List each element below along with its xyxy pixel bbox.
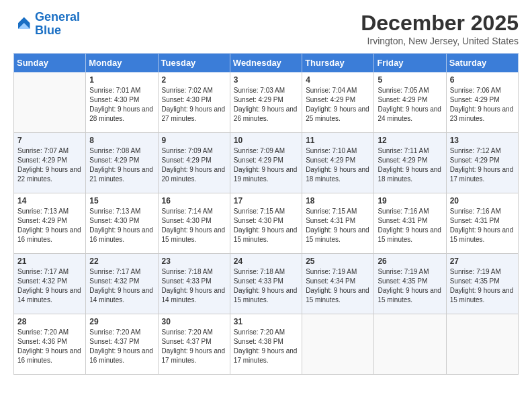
day-info: Sunrise: 7:20 AMSunset: 4:37 PMDaylight:…: [89, 328, 154, 365]
day-info: Sunrise: 7:20 AMSunset: 4:36 PMDaylight:…: [17, 328, 82, 365]
page-header: General Blue December 2025 Irvington, Ne…: [13, 11, 519, 46]
day-number: 16: [162, 196, 226, 205]
week-row-4: 28Sunrise: 7:20 AMSunset: 4:36 PMDayligh…: [14, 314, 519, 375]
month-title: December 2025: [361, 11, 519, 36]
calendar-cell: 28Sunrise: 7:20 AMSunset: 4:36 PMDayligh…: [14, 314, 86, 375]
week-row-2: 14Sunrise: 7:13 AMSunset: 4:29 PMDayligh…: [14, 193, 519, 254]
calendar-header: SundayMondayTuesdayWednesdayThursdayFrid…: [14, 54, 519, 73]
week-row-3: 21Sunrise: 7:17 AMSunset: 4:32 PMDayligh…: [14, 254, 519, 314]
calendar-cell: 19Sunrise: 7:16 AMSunset: 4:31 PMDayligh…: [374, 193, 446, 254]
calendar-cell: [302, 314, 374, 375]
day-info: Sunrise: 7:13 AMSunset: 4:29 PMDaylight:…: [17, 207, 82, 244]
day-info: Sunrise: 7:12 AMSunset: 4:29 PMDaylight:…: [450, 146, 515, 184]
header-day-saturday: Saturday: [446, 54, 518, 73]
header-day-thursday: Thursday: [302, 54, 374, 73]
logo-line2: Blue: [35, 24, 61, 37]
calendar-cell: 25Sunrise: 7:19 AMSunset: 4:34 PMDayligh…: [302, 254, 374, 314]
calendar-cell: [374, 314, 446, 375]
day-number: 28: [17, 317, 82, 326]
day-number: 25: [306, 257, 370, 266]
calendar-cell: 17Sunrise: 7:15 AMSunset: 4:30 PMDayligh…: [230, 193, 302, 254]
day-info: Sunrise: 7:18 AMSunset: 4:33 PMDaylight:…: [234, 267, 298, 305]
day-number: 24: [234, 257, 298, 266]
calendar-cell: 23Sunrise: 7:18 AMSunset: 4:33 PMDayligh…: [158, 254, 230, 314]
logo-line1: General: [35, 10, 80, 24]
day-info: Sunrise: 7:19 AMSunset: 4:35 PMDaylight:…: [378, 267, 442, 305]
day-info: Sunrise: 7:04 AMSunset: 4:29 PMDaylight:…: [306, 86, 370, 124]
day-number: 17: [234, 196, 298, 205]
calendar-cell: 21Sunrise: 7:17 AMSunset: 4:32 PMDayligh…: [14, 254, 86, 314]
day-info: Sunrise: 7:09 AMSunset: 4:29 PMDaylight:…: [162, 146, 226, 184]
day-info: Sunrise: 7:02 AMSunset: 4:30 PMDaylight:…: [162, 86, 226, 124]
day-info: Sunrise: 7:19 AMSunset: 4:34 PMDaylight:…: [306, 267, 370, 305]
day-number: 18: [306, 196, 370, 205]
week-row-0: 1Sunrise: 7:01 AMSunset: 4:30 PMDaylight…: [14, 73, 519, 133]
day-info: Sunrise: 7:16 AMSunset: 4:31 PMDaylight:…: [450, 207, 515, 244]
day-info: Sunrise: 7:05 AMSunset: 4:29 PMDaylight:…: [378, 86, 442, 124]
calendar-cell: 6Sunrise: 7:06 AMSunset: 4:29 PMDaylight…: [446, 73, 518, 133]
calendar-cell: 22Sunrise: 7:17 AMSunset: 4:32 PMDayligh…: [86, 254, 158, 314]
day-number: 22: [89, 257, 154, 266]
calendar-cell: 7Sunrise: 7:07 AMSunset: 4:29 PMDaylight…: [14, 133, 86, 193]
day-info: Sunrise: 7:19 AMSunset: 4:35 PMDaylight:…: [450, 267, 515, 305]
calendar-cell: 20Sunrise: 7:16 AMSunset: 4:31 PMDayligh…: [446, 193, 518, 254]
day-info: Sunrise: 7:01 AMSunset: 4:30 PMDaylight:…: [89, 86, 154, 124]
calendar-cell: 31Sunrise: 7:20 AMSunset: 4:38 PMDayligh…: [230, 314, 302, 375]
day-number: 12: [378, 136, 442, 145]
header-row: SundayMondayTuesdayWednesdayThursdayFrid…: [14, 54, 519, 73]
header-day-wednesday: Wednesday: [230, 54, 302, 73]
calendar-cell: [446, 314, 518, 375]
calendar-cell: 3Sunrise: 7:03 AMSunset: 4:29 PMDaylight…: [230, 73, 302, 133]
day-number: 13: [450, 136, 515, 145]
day-info: Sunrise: 7:09 AMSunset: 4:29 PMDaylight:…: [234, 146, 298, 184]
day-number: 30: [162, 317, 226, 326]
day-number: 20: [450, 196, 515, 205]
day-number: 14: [17, 196, 82, 205]
calendar-cell: 27Sunrise: 7:19 AMSunset: 4:35 PMDayligh…: [446, 254, 518, 314]
day-info: Sunrise: 7:08 AMSunset: 4:29 PMDaylight:…: [89, 146, 154, 184]
logo-icon: [13, 15, 32, 34]
day-number: 26: [378, 257, 442, 266]
calendar-cell: 9Sunrise: 7:09 AMSunset: 4:29 PMDaylight…: [158, 133, 230, 193]
calendar-cell: 14Sunrise: 7:13 AMSunset: 4:29 PMDayligh…: [14, 193, 86, 254]
calendar-cell: 8Sunrise: 7:08 AMSunset: 4:29 PMDaylight…: [86, 133, 158, 193]
calendar-body: 1Sunrise: 7:01 AMSunset: 4:30 PMDaylight…: [14, 73, 519, 375]
logo: General Blue: [13, 11, 80, 38]
calendar-cell: 30Sunrise: 7:20 AMSunset: 4:37 PMDayligh…: [158, 314, 230, 375]
day-number: 29: [89, 317, 154, 326]
calendar-cell: 5Sunrise: 7:05 AMSunset: 4:29 PMDaylight…: [374, 73, 446, 133]
day-info: Sunrise: 7:10 AMSunset: 4:29 PMDaylight:…: [306, 146, 370, 184]
day-number: 8: [89, 136, 154, 145]
day-info: Sunrise: 7:14 AMSunset: 4:30 PMDaylight:…: [162, 207, 226, 244]
day-number: 5: [378, 75, 442, 85]
header-day-friday: Friday: [374, 54, 446, 73]
day-info: Sunrise: 7:17 AMSunset: 4:32 PMDaylight:…: [89, 267, 154, 305]
day-number: 2: [162, 75, 226, 85]
calendar-cell: 4Sunrise: 7:04 AMSunset: 4:29 PMDaylight…: [302, 73, 374, 133]
day-number: 11: [306, 136, 370, 145]
calendar-cell: 10Sunrise: 7:09 AMSunset: 4:29 PMDayligh…: [230, 133, 302, 193]
day-info: Sunrise: 7:11 AMSunset: 4:29 PMDaylight:…: [378, 146, 442, 184]
calendar-cell: 1Sunrise: 7:01 AMSunset: 4:30 PMDaylight…: [86, 73, 158, 133]
logo-text: General Blue: [35, 11, 80, 38]
calendar-cell: 29Sunrise: 7:20 AMSunset: 4:37 PMDayligh…: [86, 314, 158, 375]
location: Irvington, New Jersey, United States: [361, 36, 519, 46]
day-number: 10: [234, 136, 298, 145]
calendar-cell: 26Sunrise: 7:19 AMSunset: 4:35 PMDayligh…: [374, 254, 446, 314]
day-number: 27: [450, 257, 515, 266]
day-number: 3: [234, 75, 298, 85]
day-info: Sunrise: 7:15 AMSunset: 4:30 PMDaylight:…: [234, 207, 298, 244]
day-info: Sunrise: 7:06 AMSunset: 4:29 PMDaylight:…: [450, 86, 515, 124]
day-number: 9: [162, 136, 226, 145]
calendar-cell: 11Sunrise: 7:10 AMSunset: 4:29 PMDayligh…: [302, 133, 374, 193]
day-info: Sunrise: 7:16 AMSunset: 4:31 PMDaylight:…: [378, 207, 442, 244]
week-row-1: 7Sunrise: 7:07 AMSunset: 4:29 PMDaylight…: [14, 133, 519, 193]
day-number: 31: [234, 317, 298, 326]
calendar-cell: 18Sunrise: 7:15 AMSunset: 4:31 PMDayligh…: [302, 193, 374, 254]
calendar-cell: 2Sunrise: 7:02 AMSunset: 4:30 PMDaylight…: [158, 73, 230, 133]
calendar-cell: 15Sunrise: 7:13 AMSunset: 4:30 PMDayligh…: [86, 193, 158, 254]
day-number: 6: [450, 75, 515, 85]
day-info: Sunrise: 7:15 AMSunset: 4:31 PMDaylight:…: [306, 207, 370, 244]
day-number: 4: [306, 75, 370, 85]
day-info: Sunrise: 7:03 AMSunset: 4:29 PMDaylight:…: [234, 86, 298, 124]
